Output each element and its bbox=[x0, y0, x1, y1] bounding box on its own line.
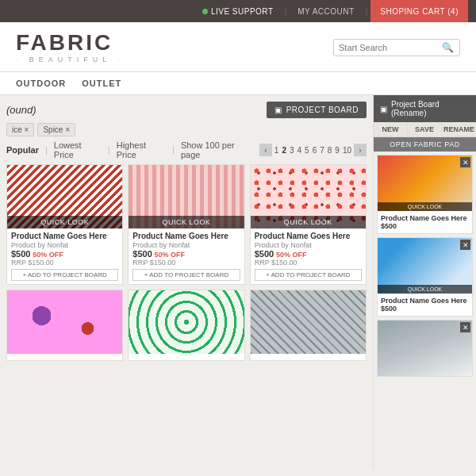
nav-divider-1: | bbox=[285, 7, 287, 16]
filter-tag-ice: ice × bbox=[6, 123, 34, 136]
prev-page-button[interactable]: ‹ bbox=[259, 144, 272, 156]
logo-text: FABRIC bbox=[16, 32, 125, 54]
sort-highest-price[interactable]: Highest Price bbox=[117, 140, 166, 159]
product-image-2: QUICK LOOK bbox=[129, 165, 244, 228]
page-4[interactable]: 4 bbox=[297, 146, 303, 155]
project-board-icon: ▣ bbox=[274, 106, 282, 114]
sidebar-close-3[interactable]: ✕ bbox=[460, 322, 470, 332]
product-price-row-2: $500 50% OFF bbox=[132, 249, 240, 259]
product-card-6 bbox=[250, 290, 367, 361]
logo: FABRIC · BEAUTIFUL · bbox=[16, 32, 125, 63]
sidebar-product-info-1: Product Name Goes Here $500 bbox=[378, 211, 472, 233]
sort-popular[interactable]: Popular bbox=[6, 145, 39, 155]
project-board-button[interactable]: ▣ Project Board bbox=[267, 102, 367, 118]
nav-outdoor[interactable]: OUTDOOR bbox=[16, 79, 66, 88]
product-card-2: QUICK LOOK Product Name Goes Here Produc… bbox=[128, 164, 244, 285]
product-info-3: Product Name Goes Here Product by Nonfat… bbox=[251, 228, 366, 284]
product-price-row-3: $500 50% OFF bbox=[255, 249, 362, 259]
product-by-3: Product by Nonfat bbox=[255, 241, 362, 249]
top-bar: LIVE SUPPORT | MY ACCOUNT | SHOPING CART… bbox=[0, 0, 476, 22]
live-support-label: LIVE SUPPORT bbox=[211, 7, 274, 16]
product-card-5 bbox=[128, 290, 244, 361]
sidebar-product-info-2: Product Name Goes Here $500 bbox=[378, 294, 472, 316]
live-dot bbox=[202, 9, 208, 14]
live-support-link[interactable]: LIVE SUPPORT bbox=[194, 7, 282, 16]
product-off-2: 50% OFF bbox=[155, 251, 186, 259]
my-account-link[interactable]: MY ACCOUNT bbox=[290, 7, 363, 16]
sidebar-quick-look-2[interactable]: QUICK LOOK bbox=[378, 285, 472, 294]
quick-look-2[interactable]: QUICK LOOK bbox=[129, 216, 244, 228]
product-off-3: 50% OFF bbox=[276, 251, 307, 259]
sort-row: Popular | Lowest Price | Highest Price |… bbox=[6, 140, 367, 159]
product-name-1: Product Name Goes Here bbox=[11, 232, 118, 241]
product-image-6 bbox=[251, 290, 366, 354]
sidebar-product-3: ✕ bbox=[377, 320, 473, 377]
right-sidebar: ▣ Project Board (Rename) NEW SAVE RENAME… bbox=[373, 95, 476, 470]
nav-divider-2: | bbox=[366, 7, 368, 16]
nav-outlet[interactable]: OUTLET bbox=[82, 79, 121, 88]
sidebar-save-button[interactable]: SAVE bbox=[408, 122, 442, 136]
page-5[interactable]: 5 bbox=[304, 146, 310, 155]
pagination: ‹ 1 2 3 4 5 6 7 8 9 10 › bbox=[259, 144, 367, 156]
shopping-cart-link[interactable]: SHOPING CART (4) bbox=[370, 0, 468, 22]
add-board-button-3[interactable]: + ADD TO PROJECT BOARD bbox=[255, 269, 362, 281]
product-price-2: $500 bbox=[132, 249, 152, 259]
header: FABRIC · BEAUTIFUL · 🔍 bbox=[0, 22, 476, 72]
sidebar-close-2[interactable]: ✕ bbox=[460, 240, 470, 250]
product-rrp-3: RRP $150.00 bbox=[255, 259, 362, 267]
page-3[interactable]: 3 bbox=[289, 146, 295, 155]
sidebar-close-1[interactable]: ✕ bbox=[460, 157, 470, 167]
page-8[interactable]: 8 bbox=[327, 146, 333, 155]
sidebar-product-img-1: QUICK LOOK bbox=[378, 155, 472, 211]
product-image-3: QUICK LOOK bbox=[251, 165, 366, 228]
product-card-4 bbox=[6, 290, 123, 361]
add-board-button-1[interactable]: + ADD TO PROJECT BOARD bbox=[11, 269, 118, 281]
next-page-button[interactable]: › bbox=[354, 144, 367, 156]
sort-lowest-price[interactable]: Lowest Price bbox=[54, 140, 102, 159]
sidebar-rename-button[interactable]: RENAME bbox=[442, 122, 476, 136]
product-name-3: Product Name Goes Here bbox=[255, 232, 362, 241]
main-area: (ound) ▣ Project Board ice × Spice × Pop… bbox=[0, 95, 476, 470]
open-fabric-pad-button[interactable]: OPEN FABRIC PAD bbox=[374, 137, 476, 152]
filter-tag-spice: Spice × bbox=[37, 123, 75, 136]
product-rrp-2: RRP $150.00 bbox=[132, 259, 240, 267]
product-info-2: Product Name Goes Here Product by Nonfat… bbox=[129, 228, 244, 284]
search-box[interactable]: 🔍 bbox=[333, 39, 460, 56]
page-9[interactable]: 9 bbox=[334, 146, 340, 155]
search-input[interactable] bbox=[339, 43, 442, 52]
product-card-3: QUICK LOOK Product Name Goes Here Produc… bbox=[250, 164, 367, 285]
product-name-2: Product Name Goes Here bbox=[132, 232, 240, 241]
sidebar-header: ▣ Project Board (Rename) bbox=[374, 95, 476, 122]
project-board-sidebar-icon: ▣ bbox=[380, 105, 387, 113]
sidebar-actions: NEW SAVE RENAME bbox=[374, 122, 476, 137]
page-title: (ound) bbox=[6, 104, 36, 116]
logo-sub: · BEAUTIFUL · bbox=[16, 56, 125, 63]
page-6[interactable]: 6 bbox=[312, 146, 318, 155]
product-info-1: Product Name Goes Here Product by Nonfat… bbox=[7, 228, 122, 284]
product-price-row-1: $500 50% OFF bbox=[11, 249, 118, 259]
secondary-nav: OUTDOOR OUTLET bbox=[0, 72, 476, 95]
page-7[interactable]: 7 bbox=[319, 146, 325, 155]
product-grid: QUICK LOOK Product Name Goes Here Produc… bbox=[6, 164, 367, 361]
product-info-6 bbox=[251, 354, 366, 360]
sidebar-product-img-3 bbox=[378, 321, 472, 376]
page-1[interactable]: 1 bbox=[274, 146, 280, 155]
product-image-4 bbox=[7, 290, 122, 354]
product-by-1: Product by Nonfat bbox=[11, 241, 118, 249]
product-image-1: QUICK LOOK bbox=[7, 165, 122, 228]
search-icon: 🔍 bbox=[442, 42, 454, 53]
sort-show-per-page[interactable]: Show 100 per page bbox=[181, 140, 253, 159]
quick-look-1[interactable]: QUICK LOOK bbox=[7, 216, 122, 228]
filter-row: ice × Spice × bbox=[6, 123, 367, 136]
toolbar-row: (ound) ▣ Project Board bbox=[6, 102, 367, 118]
page-2[interactable]: 2 bbox=[281, 146, 287, 155]
product-rrp-1: RRP $150.00 bbox=[11, 259, 118, 267]
page-10[interactable]: 10 bbox=[342, 146, 352, 155]
product-image-5 bbox=[129, 290, 244, 354]
add-board-button-2[interactable]: + ADD TO PROJECT BOARD bbox=[132, 269, 240, 281]
product-off-1: 50% OFF bbox=[33, 251, 63, 259]
sidebar-product-img-2: QUICK LOOK bbox=[378, 238, 472, 294]
sidebar-quick-look-1[interactable]: QUICK LOOK bbox=[378, 202, 472, 211]
quick-look-3[interactable]: QUICK LOOK bbox=[251, 216, 366, 228]
sidebar-new-button[interactable]: NEW bbox=[374, 122, 408, 136]
